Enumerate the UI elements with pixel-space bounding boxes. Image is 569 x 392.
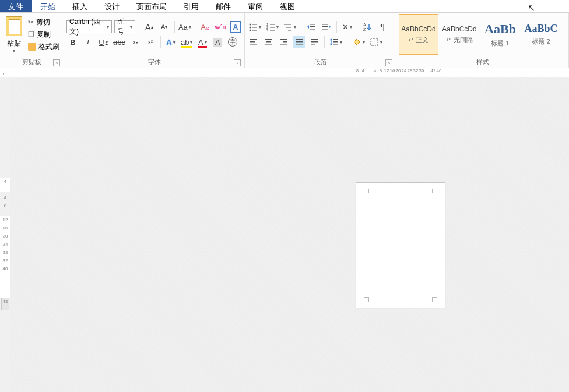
asian-icon: ✕	[342, 23, 349, 31]
paste-label: 粘贴	[7, 38, 21, 48]
italic-button[interactable]: I	[82, 36, 94, 48]
svg-rect-23	[250, 39, 257, 40]
align-left-icon	[249, 37, 258, 47]
style-no-spacing[interactable]: AaBbCcDd ↵ 无间隔	[440, 14, 479, 55]
tab-selector[interactable]: ⌐	[0, 68, 10, 77]
align-distribute-button[interactable]	[308, 36, 321, 48]
svg-rect-31	[280, 44, 287, 45]
align-center-button[interactable]	[262, 36, 275, 48]
chevron-down-icon: ▾	[130, 24, 132, 30]
svg-text:A: A	[363, 23, 366, 27]
bucket-icon	[352, 37, 361, 47]
document-area[interactable]: ⌐ 84 4812162024283236 4246 4 48 12162024…	[0, 68, 569, 392]
styles-gallery[interactable]: AaBbCcDd ↵ 正文 AaBbCcDd ↵ 无间隔 AaBb 标题 1 A…	[399, 14, 566, 55]
font-color-button[interactable]: A▾	[196, 36, 209, 48]
style-heading-2[interactable]: AaBbC 标题 2	[521, 14, 561, 55]
show-hide-button[interactable]: ¶	[376, 20, 389, 33]
copy-label: 复制	[37, 30, 51, 40]
svg-rect-9	[270, 27, 275, 28]
svg-rect-17	[310, 29, 315, 30]
increase-indent-button[interactable]	[320, 20, 333, 33]
change-case-button[interactable]: Aa▾	[178, 20, 192, 33]
svg-rect-35	[311, 39, 318, 40]
svg-rect-34	[296, 44, 303, 45]
font-name-combo[interactable]: Calibri (西文) ▾	[66, 20, 112, 33]
group-font-label: 字体 ↘	[66, 56, 242, 68]
font-name-value: Calibri (西文)	[69, 17, 107, 37]
svg-rect-19	[322, 26, 328, 27]
svg-rect-1	[252, 24, 257, 25]
ruler-vertical[interactable]: 4 48 12162024283240 48	[0, 77, 10, 392]
line-spacing-button[interactable]: ▾	[328, 36, 343, 48]
copy-button[interactable]: ❐ 复制	[27, 29, 61, 40]
borders-button[interactable]: ▾	[368, 36, 384, 48]
tab-page-layout[interactable]: 页面布局	[128, 0, 175, 12]
tab-design[interactable]: 设计	[96, 0, 128, 12]
svg-rect-5	[252, 30, 257, 31]
format-painter-icon	[28, 43, 36, 51]
char-border-button[interactable]: A	[229, 20, 242, 33]
underline-button[interactable]: U▾	[97, 36, 110, 48]
numbering-button[interactable]: 123▾	[265, 20, 280, 33]
svg-rect-33	[296, 41, 303, 43]
crop-mark	[364, 189, 369, 193]
cut-button[interactable]: ✂ 剪切	[27, 17, 61, 28]
align-justify-button[interactable]	[293, 36, 305, 48]
multilevel-list-button[interactable]: ▾	[282, 20, 297, 33]
svg-rect-32	[296, 39, 303, 40]
tab-insert[interactable]: 插入	[64, 0, 96, 12]
paragraph-launcher[interactable]: ↘	[385, 59, 392, 66]
bold-button[interactable]: B	[66, 36, 79, 48]
highlight-button[interactable]: ab▾	[180, 36, 194, 48]
subscript-button[interactable]: x₂	[129, 36, 142, 48]
tab-home[interactable]: 开始	[32, 0, 64, 12]
format-painter-button[interactable]: 格式刷	[27, 41, 61, 52]
ribbon: 粘贴 ▾ ✂ 剪切 ❐ 复制 格式刷 剪贴板 ↘	[0, 13, 569, 68]
bullets-button[interactable]: ▾	[247, 20, 262, 33]
svg-text:3: 3	[266, 29, 269, 31]
svg-rect-29	[280, 39, 287, 40]
text-effects-button[interactable]: A▾	[164, 36, 177, 48]
align-justify-icon	[294, 37, 304, 47]
svg-rect-28	[265, 44, 272, 45]
superscript-button[interactable]: x²	[144, 36, 157, 48]
strikethrough-button[interactable]: abc	[112, 36, 127, 48]
tab-references[interactable]: 引用	[175, 0, 208, 12]
group-paragraph-label: 段落 ↘	[247, 56, 394, 68]
group-clipboard: 粘贴 ▾ ✂ 剪切 ❐ 复制 格式刷 剪贴板 ↘	[0, 13, 64, 68]
svg-rect-16	[310, 26, 315, 27]
sort-button[interactable]: AZ	[361, 20, 374, 33]
svg-rect-37	[311, 44, 315, 45]
svg-rect-24	[250, 41, 255, 43]
font-launcher[interactable]: ↘	[234, 59, 241, 66]
clipboard-launcher[interactable]: ↘	[53, 59, 60, 66]
char-shading-button[interactable]: A	[211, 36, 224, 48]
tab-mailings[interactable]: 邮件	[208, 0, 240, 12]
asian-layout-button[interactable]: ✕▾	[340, 20, 353, 33]
phonetic-guide-button[interactable]: wén	[214, 20, 227, 33]
tab-file[interactable]: 文件	[0, 0, 32, 12]
tab-view[interactable]: 视图	[272, 0, 304, 12]
ruler-horizontal[interactable]: 84 4812162024283236 4246	[10, 68, 569, 77]
indent-icon	[322, 22, 331, 31]
tab-review[interactable]: 审阅	[240, 0, 272, 12]
style-normal[interactable]: AaBbCcDd ↵ 正文	[399, 14, 438, 55]
svg-text:Z: Z	[363, 27, 366, 31]
style-heading-1[interactable]: AaBb 标题 1	[480, 14, 520, 55]
shading-button[interactable]: ▾	[351, 36, 366, 48]
group-styles-label: 样式	[399, 56, 566, 68]
svg-rect-18	[322, 24, 328, 25]
grow-font-button[interactable]: A▴	[143, 20, 156, 33]
clear-format-button[interactable]: A⊘	[199, 20, 212, 33]
document-page[interactable]	[356, 182, 445, 308]
align-distribute-icon	[310, 37, 319, 47]
align-right-button[interactable]	[278, 36, 290, 48]
align-left-button[interactable]	[247, 36, 260, 48]
svg-rect-25	[250, 44, 257, 45]
shrink-font-button[interactable]: A▾	[158, 20, 171, 33]
paste-button[interactable]: 粘贴 ▾	[2, 14, 26, 55]
decrease-indent-button[interactable]	[305, 20, 318, 33]
font-size-combo[interactable]: 五号 ▾	[114, 20, 135, 33]
enclose-char-button[interactable]: 字	[226, 36, 239, 48]
menu-tabs: 文件 开始 插入 设计 页面布局 引用 邮件 审阅 视图	[0, 0, 569, 13]
